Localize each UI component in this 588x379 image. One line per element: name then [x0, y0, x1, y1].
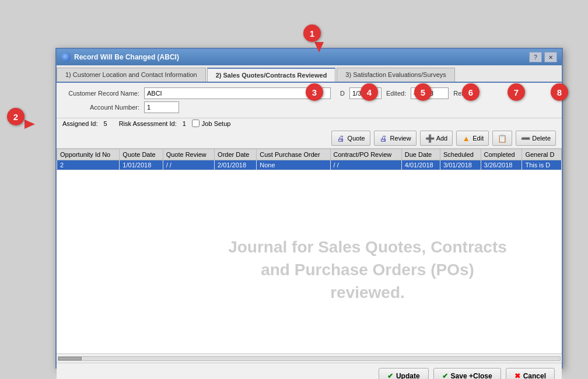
review-button[interactable]: 🖨 Review: [374, 131, 416, 146]
col-general: General D: [522, 149, 562, 160]
assigned-id-value: 5: [104, 120, 107, 127]
horizontal-scrollbar[interactable]: [57, 353, 562, 363]
copy-button[interactable]: 📋: [492, 131, 512, 146]
update-checkmark-icon: ✔: [387, 372, 393, 379]
data-table: Opportunity Id No Quote Date Quote Revie…: [57, 149, 562, 170]
review-label: Review: [390, 135, 411, 142]
delete-button[interactable]: ➖ Delete: [516, 131, 556, 146]
quote-icon: 🖨: [337, 134, 346, 143]
tab-sales-quotes[interactable]: 2) Sales Quotes/Contracts Reviewed: [207, 68, 336, 82]
scrollbar-track: [58, 356, 561, 361]
table-cell: / /: [163, 160, 214, 170]
account-number-label: Account Number:: [64, 104, 139, 111]
table-wrapper[interactable]: Opportunity Id No Quote Date Quote Revie…: [57, 149, 562, 353]
form-row-account: Account Number:: [64, 101, 555, 113]
add-icon: ➕: [425, 134, 435, 143]
table-cell: / /: [330, 160, 401, 170]
update-label: Update: [396, 372, 420, 379]
edit-button[interactable]: ▲ Edit: [456, 131, 489, 146]
toolbar: 🖨 Quote 🖨 Review ➕ Add ▲ Edit 📋: [57, 128, 562, 149]
assigned-id-label: Assigned Id:: [62, 120, 98, 127]
main-content: Customer Record Name: D Edited: Refere A…: [57, 83, 562, 363]
help-button[interactable]: ?: [529, 52, 542, 62]
title-bar-buttons: ? ✕: [529, 52, 557, 62]
table-body: 21/01/2018/ /2/01/2018None/ /4/01/20183/…: [57, 160, 562, 170]
col-completed: Completed: [481, 149, 522, 160]
job-setup-label: Job Setup: [202, 120, 231, 127]
update-button[interactable]: ✔ Update: [379, 368, 429, 379]
scrollbar-thumb[interactable]: [58, 357, 82, 360]
table-cell: None: [257, 160, 330, 170]
table-cell: 2: [57, 160, 120, 170]
table-row[interactable]: 21/01/2018/ /2/01/2018None/ /4/01/20183/…: [57, 160, 562, 170]
callout-6: 6: [462, 83, 480, 101]
edited-label: Edited:: [386, 90, 406, 97]
col-contract-review: Contract/PO Review: [330, 149, 401, 160]
delete-icon: ➖: [521, 134, 530, 143]
table-cell: This is D: [522, 160, 562, 170]
customer-record-name-label: Customer Record Name:: [64, 90, 139, 97]
close-button[interactable]: ✕: [544, 52, 557, 62]
table-cell: 1/01/2018: [120, 160, 163, 170]
col-cust-po: Cust Purchase Order: [257, 149, 330, 160]
watermark-text: Journal for Sales Quotes, Contracts and …: [222, 235, 513, 304]
cancel-button[interactable]: ✖ Cancel: [506, 368, 555, 379]
add-label: Add: [436, 135, 448, 142]
app-icon: [61, 52, 71, 62]
account-number-input[interactable]: [144, 101, 179, 113]
top-info-row: Assigned Id: 5 Risk Assessment Id: 1 Job…: [57, 118, 562, 128]
action-bar: ✔ Update ✔ Save +Close ✖ Cancel: [57, 363, 562, 379]
title-bar: Record Will Be Changed (ABCI) ? ✕: [57, 49, 562, 65]
col-order-date: Order Date: [215, 149, 257, 160]
date-label: D: [340, 90, 345, 97]
edit-icon: ▲: [461, 134, 471, 143]
col-quote-date: Quote Date: [120, 149, 163, 160]
window-title: Record Will Be Changed (ABCI): [74, 53, 179, 61]
callout-1: 1: [303, 24, 321, 42]
save-close-icon: ✔: [442, 372, 448, 379]
callout-2: 2: [7, 108, 24, 125]
copy-icon: 📋: [498, 134, 507, 143]
arrow-2: [24, 120, 35, 129]
tab-bar: 1) Customer Location and Contact Informa…: [57, 65, 562, 83]
table-header: Opportunity Id No Quote Date Quote Revie…: [57, 149, 562, 160]
table-cell: 4/01/2018: [401, 160, 440, 170]
tab-customer-info[interactable]: 1) Customer Location and Contact Informa…: [57, 68, 206, 82]
quote-button[interactable]: 🖨 Quote: [331, 131, 370, 146]
title-bar-left: Record Will Be Changed (ABCI): [61, 52, 179, 62]
customer-record-name-input[interactable]: [144, 87, 331, 99]
cancel-label: Cancel: [523, 372, 546, 379]
callout-8: 8: [551, 83, 568, 101]
job-setup-checkbox[interactable]: [192, 120, 200, 127]
callout-5: 5: [414, 83, 432, 101]
save-close-button[interactable]: ✔ Save +Close: [433, 368, 501, 379]
table-cell: 3/26/2018: [481, 160, 522, 170]
col-due-date: Due Date: [401, 149, 440, 160]
edit-label: Edit: [473, 135, 484, 142]
tab-satisfaction[interactable]: 3) Satisfaction Evaluations/Surveys: [337, 68, 454, 82]
col-quote-review: Quote Review: [163, 149, 214, 160]
quote-label: Quote: [348, 135, 365, 142]
table-cell: 3/01/2018: [440, 160, 481, 170]
arrow-1: [314, 42, 324, 52]
col-scheduled: Scheduled: [440, 149, 481, 160]
callout-4: 4: [360, 83, 378, 101]
outer-wrapper: 1 2 3 4 5 6 7 8 Record Will Be Changed (…: [0, 0, 588, 379]
delete-label: Delete: [532, 135, 551, 142]
callout-7: 7: [508, 83, 525, 101]
col-opp-id: Opportunity Id No: [57, 149, 120, 160]
add-button[interactable]: ➕ Add: [420, 131, 453, 146]
save-close-label: Save +Close: [451, 372, 492, 379]
job-setup-checkbox-label[interactable]: Job Setup: [192, 120, 231, 127]
content-area: Opportunity Id No Quote Date Quote Revie…: [57, 149, 562, 363]
review-icon: 🖨: [379, 134, 388, 143]
table-cell: 2/01/2018: [215, 160, 257, 170]
cancel-icon: ✖: [514, 372, 520, 379]
risk-label: Risk Assessment Id:: [119, 120, 177, 127]
callout-3: 3: [306, 83, 323, 101]
risk-value: 1: [183, 120, 186, 127]
